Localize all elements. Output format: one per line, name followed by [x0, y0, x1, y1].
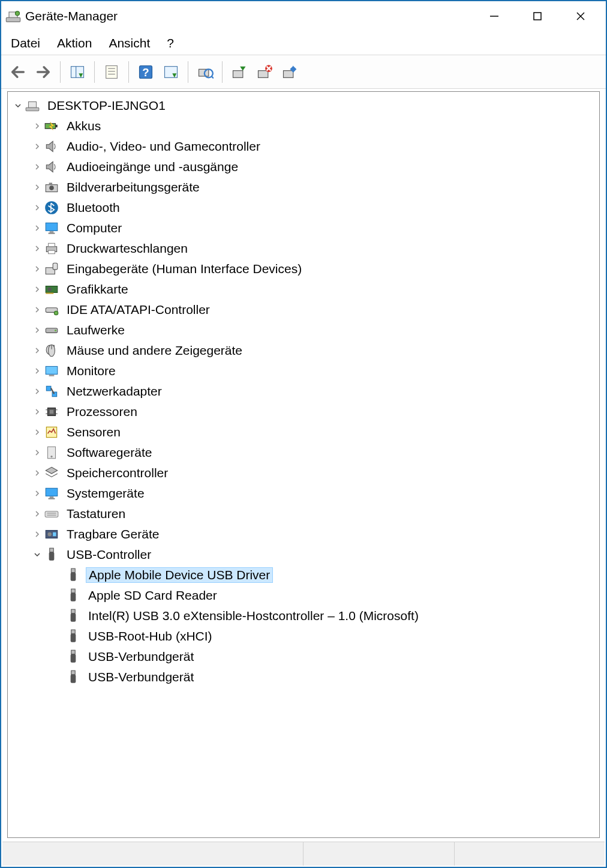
chevron-right-icon[interactable] [32, 366, 43, 376]
svg-point-47 [54, 311, 58, 315]
tree-category[interactable]: Systemgeräte [8, 483, 599, 504]
tree-category[interactable]: Bluetooth [8, 197, 599, 218]
svg-rect-81 [71, 609, 76, 613]
svg-rect-28 [29, 102, 37, 108]
svg-rect-27 [26, 107, 39, 110]
tree-category-label: Bildverarbeitungsgeräte [64, 180, 202, 194]
chevron-right-icon[interactable] [32, 121, 43, 131]
action-button[interactable] [160, 61, 182, 83]
monitor-icon [44, 486, 59, 501]
chevron-right-icon[interactable] [32, 529, 43, 540]
chevron-right-icon[interactable] [32, 427, 43, 438]
tree-category[interactable]: Monitore [8, 361, 599, 381]
tree-category[interactable]: Grafikkarte [8, 279, 599, 300]
svg-point-65 [50, 456, 52, 457]
menu-help[interactable]: ? [167, 36, 174, 50]
tree-category[interactable]: Netzwerkadapter [8, 381, 599, 402]
tree-category[interactable]: Softwaregeräte [8, 442, 599, 463]
tree-category-label: Grafikkarte [64, 282, 131, 297]
menu-file[interactable]: Datei [11, 36, 40, 50]
tree-category[interactable]: Druckwarteschlangen [8, 238, 599, 259]
chevron-right-icon[interactable] [32, 264, 43, 274]
chevron-down-icon[interactable] [13, 100, 23, 111]
tree-category[interactable]: Akkus [8, 116, 599, 136]
chevron-down-icon[interactable] [32, 549, 43, 560]
scan-hardware-button[interactable] [194, 61, 216, 83]
toolbar-sep [60, 61, 61, 83]
uninstall-device-button[interactable] [254, 61, 275, 83]
tree-category[interactable]: Eingabegeräte (Human Interface Devices) [8, 259, 599, 279]
tree-category[interactable]: Bildverarbeitungsgeräte [8, 177, 599, 197]
tree-category[interactable]: Speichercontroller [8, 463, 599, 483]
tree-device[interactable]: Apple SD Card Reader [8, 585, 599, 606]
chevron-right-icon[interactable] [32, 243, 43, 254]
svg-rect-88 [71, 675, 76, 683]
monitor-icon [44, 220, 59, 236]
tree-category[interactable]: Computer [8, 218, 599, 238]
close-button[interactable] [559, 2, 602, 31]
chevron-right-icon[interactable] [32, 284, 43, 295]
chevron-right-icon[interactable] [32, 304, 43, 315]
status-cell [2, 842, 304, 866]
tree-device-label: USB-Root-Hub (xHCI) [86, 629, 215, 643]
svg-rect-66 [46, 488, 58, 496]
usb-icon [65, 567, 81, 583]
chevron-right-icon[interactable] [32, 325, 43, 336]
tree-category[interactable]: Tragbare Geräte [8, 524, 599, 544]
tree-category[interactable]: Prozessoren [8, 402, 599, 422]
tree-root[interactable]: DESKTOP-IEJNGO1 [8, 95, 599, 116]
chevron-right-icon[interactable] [32, 488, 43, 499]
tree-category[interactable]: Laufwerke [8, 320, 599, 340]
tree-device[interactable]: Intel(R) USB 3.0 eXtensible-Hostcontroll… [8, 606, 599, 626]
chevron-right-icon[interactable] [32, 141, 43, 152]
svg-rect-52 [46, 366, 58, 374]
device-tree[interactable]: DESKTOP-IEJNGO1 AkkusAudio-, Video- und … [7, 91, 600, 838]
tree-category-label: Prozessoren [64, 405, 140, 419]
tree-category[interactable]: Audioeingänge und -ausgänge [8, 157, 599, 177]
chevron-right-icon[interactable] [32, 161, 43, 172]
chevron-right-icon[interactable] [32, 182, 43, 193]
tree-device[interactable]: USB-Verbundgerät [8, 646, 599, 667]
help-button[interactable]: ? [135, 61, 157, 83]
menu-action[interactable]: Aktion [57, 36, 92, 50]
tree-category[interactable]: Tastaturen [8, 504, 599, 524]
chevron-right-icon[interactable] [32, 468, 43, 478]
tree-category[interactable]: Mäuse und andere Zeigegeräte [8, 340, 599, 361]
chevron-right-icon[interactable] [32, 345, 43, 356]
maximize-button[interactable] [516, 2, 559, 31]
tree-device[interactable]: USB-Root-Hub (xHCI) [8, 626, 599, 646]
forward-button[interactable] [32, 61, 54, 83]
tree-device-label: Intel(R) USB 3.0 eXtensible-Hostcontroll… [86, 609, 421, 623]
tree-category-usb[interactable]: USB-Controller [8, 544, 599, 565]
update-driver-button[interactable] [229, 61, 250, 83]
status-bar [2, 842, 605, 866]
storage-icon [44, 465, 59, 481]
keyboard-icon [44, 506, 59, 522]
chevron-right-icon[interactable] [32, 447, 43, 458]
chevron-right-icon[interactable] [32, 386, 43, 397]
svg-rect-10 [106, 65, 118, 78]
minimize-button[interactable] [473, 2, 516, 31]
svg-line-20 [212, 76, 214, 79]
tree-device[interactable]: Apple Mobile Device USB Driver [8, 565, 599, 585]
svg-rect-78 [71, 573, 76, 581]
chevron-right-icon[interactable] [32, 223, 43, 234]
tree-device[interactable]: USB-Verbundgerät [8, 667, 599, 687]
svg-rect-22 [259, 70, 268, 77]
tree-category[interactable]: Sensoren [8, 422, 599, 442]
chevron-right-icon[interactable] [32, 202, 43, 213]
chevron-right-icon[interactable] [32, 508, 43, 519]
menu-view[interactable]: Ansicht [109, 36, 150, 50]
status-cell [455, 842, 605, 866]
properties-button[interactable] [101, 61, 122, 83]
svg-rect-26 [284, 70, 293, 77]
tree-root-label: DESKTOP-IEJNGO1 [45, 98, 168, 113]
svg-rect-21 [233, 70, 243, 77]
chevron-right-icon[interactable] [32, 406, 43, 417]
svg-rect-54 [46, 386, 51, 391]
tree-category[interactable]: IDE ATA/ATAPI-Controller [8, 300, 599, 320]
back-button[interactable] [7, 61, 29, 83]
show-hide-tree-button[interactable] [67, 61, 88, 83]
disable-device-button[interactable] [279, 61, 301, 83]
tree-category[interactable]: Audio-, Video- und Gamecontroller [8, 136, 599, 157]
